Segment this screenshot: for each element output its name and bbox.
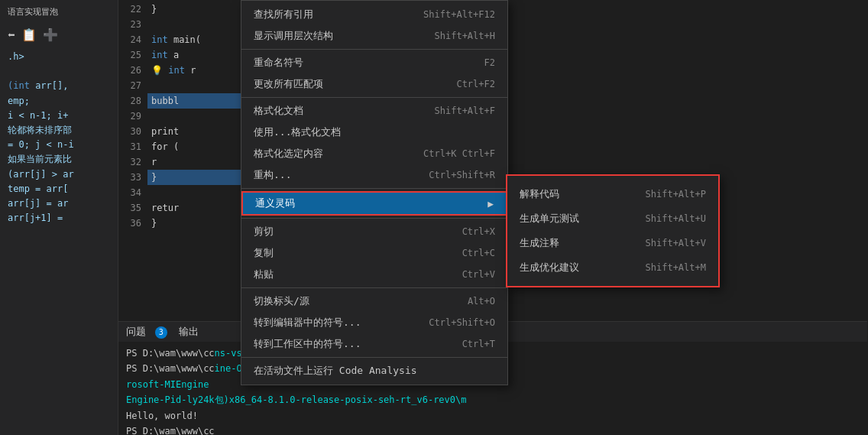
context-menu[interactable]: 查找所有引用 Shift+Alt+F12 显示调用层次结构 Shift+Alt+…: [241, 0, 508, 385]
menu-item-format-doc[interactable]: 格式化文档 Shift+Alt+F: [241, 100, 507, 122]
menu-item-paste[interactable]: 粘贴 Ctrl+V: [241, 264, 507, 285]
separator-5: [241, 287, 507, 288]
back-icon[interactable]: ⬅: [8, 28, 15, 42]
menu-item-cut[interactable]: 剪切 Ctrl+X: [241, 221, 507, 242]
menu-item-change-all[interactable]: 更改所有匹配项 Ctrl+F2: [241, 73, 507, 95]
menu-item-format-with[interactable]: 使用...格式化文档: [241, 122, 507, 143]
menu-item-copy[interactable]: 复制 Ctrl+C: [241, 242, 507, 264]
menu-item-goto-editor-symbol[interactable]: 转到编辑器中的符号... Ctrl+Shift+O: [241, 312, 507, 333]
sidebar: 语言实现冒泡 ⬅ 📋 ➕ .h> (int arr[], emp; i < n-…: [0, 0, 118, 435]
sidebar-code: .h> (int arr[], emp; i < n-1; i+ 轮都将未排序部…: [0, 46, 118, 229]
menu-item-tongyi[interactable]: 通义灵码 ▶: [241, 191, 507, 216]
separator-1: [241, 49, 507, 50]
sidebar-title: 语言实现冒泡: [0, 0, 118, 24]
sub-menu-explain[interactable]: 解释代码 Shift+Alt+P: [507, 182, 718, 206]
menu-item-toggle-header[interactable]: 切换标头/源 Alt+O: [241, 291, 507, 312]
menu-item-find-refs[interactable]: 查找所有引用 Shift+Alt+F12: [241, 4, 507, 25]
copy-icon[interactable]: 📋: [21, 28, 37, 42]
tab-problems[interactable]: 问题 3: [126, 325, 167, 339]
sub-menu-gen-tests[interactable]: 生成单元测试 Shift+Alt+U: [507, 206, 718, 231]
menu-item-rename[interactable]: 重命名符号 F2: [241, 52, 507, 73]
menu-item-goto-workspace-symbol[interactable]: 转到工作区中的符号... Ctrl+T: [241, 333, 507, 355]
separator-4: [241, 218, 507, 219]
separator-2: [241, 97, 507, 98]
sub-menu-gen-optimize[interactable]: 生成优化建议 Shift+Alt+M: [507, 255, 718, 280]
menu-item-call-hierarchy[interactable]: 显示调用层次结构 Shift+Alt+H: [241, 25, 507, 47]
menu-item-refactor[interactable]: 重构... Ctrl+Shift+R: [241, 164, 507, 186]
separator-3: [241, 188, 507, 189]
sub-context-menu[interactable]: 解释代码 Shift+Alt+P 生成单元测试 Shift+Alt+U 生成注释…: [506, 174, 720, 287]
menu-item-format-selection[interactable]: 格式化选定内容 Ctrl+K Ctrl+F: [241, 143, 507, 164]
add-icon[interactable]: ➕: [43, 28, 58, 42]
line-numbers: 22 23 24 25 26 27 28 29 30 31 32 33 34 3…: [118, 0, 147, 231]
sub-menu-gen-comments[interactable]: 生成注释 Shift+Alt+V: [507, 231, 718, 255]
tab-output[interactable]: 输出: [179, 325, 199, 339]
menu-item-code-analysis[interactable]: 在活动文件上运行 Code Analysis: [241, 360, 507, 381]
sidebar-icons: ⬅ 📋 ➕: [0, 24, 118, 46]
separator-6: [241, 357, 507, 358]
